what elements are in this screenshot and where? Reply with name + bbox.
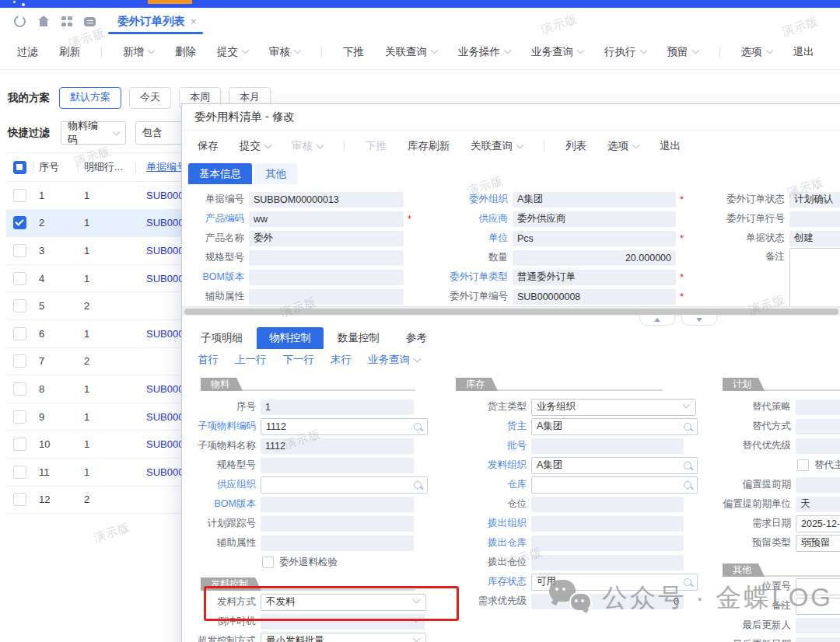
- row-nav-link[interactable]: 末行: [331, 353, 352, 367]
- select-field[interactable]: 弱预留: [796, 535, 840, 552]
- field-label[interactable]: 仓库: [452, 478, 527, 491]
- close-icon[interactable]: ×: [191, 16, 197, 27]
- field-label[interactable]: 产品编码: [190, 212, 244, 225]
- message-icon[interactable]: [84, 17, 96, 26]
- horizontal-scrollbar[interactable]: [182, 306, 840, 316]
- row-nav-link[interactable]: 上一行: [235, 353, 267, 367]
- row-checkbox[interactable]: [13, 244, 26, 257]
- filter-operator-select[interactable]: 包含: [135, 121, 184, 145]
- row-checkbox[interactable]: [13, 272, 26, 285]
- toolbar-button[interactable]: 列表: [565, 139, 586, 153]
- search-icon[interactable]: [414, 423, 422, 431]
- lookup-field[interactable]: [261, 476, 428, 494]
- collapse-up-button[interactable]: [639, 315, 675, 326]
- row-checkbox[interactable]: [13, 354, 26, 368]
- toolbar-button[interactable]: 选项: [741, 45, 772, 59]
- tab-other[interactable]: 其他: [254, 163, 297, 184]
- toolbar-button[interactable]: 退出: [793, 45, 814, 59]
- row-checkbox[interactable]: [13, 466, 26, 479]
- toolbar-button[interactable]: 预留: [667, 45, 698, 59]
- field-label[interactable]: 拨出组织: [452, 517, 527, 530]
- field-label[interactable]: 拨出仓库: [452, 536, 527, 550]
- toolbar-button[interactable]: 提交: [240, 139, 271, 153]
- text-input[interactable]: [796, 578, 840, 595]
- search-icon[interactable]: [684, 578, 691, 586]
- field-label[interactable]: 子项物料编码: [190, 420, 256, 433]
- toolbar-button[interactable]: 刷新: [59, 45, 80, 59]
- select-field[interactable]: 最小发料批量: [261, 633, 426, 642]
- field-label[interactable]: BOM版本: [190, 497, 256, 511]
- field-label[interactable]: 批号: [452, 439, 527, 452]
- textarea-field[interactable]: [789, 248, 840, 313]
- toolbar-button[interactable]: 选项: [607, 139, 639, 153]
- toolbar-button[interactable]: 新增: [123, 45, 154, 59]
- toolbar-button[interactable]: 库存刷新: [408, 139, 450, 153]
- toolbar-button[interactable]: 过滤: [17, 45, 38, 59]
- field-label[interactable]: 委外组织: [442, 193, 508, 206]
- lookup-field[interactable]: 1112: [261, 418, 428, 435]
- toolbar-button-label: 选项: [741, 45, 762, 59]
- field-label[interactable]: 货主: [452, 420, 527, 433]
- row-checkbox[interactable]: [13, 382, 26, 396]
- collapse-down-button[interactable]: [681, 315, 717, 326]
- lookup-field[interactable]: [531, 476, 698, 494]
- detail-tab[interactable]: 子项明细: [188, 327, 255, 349]
- field-label[interactable]: 单位: [442, 232, 508, 245]
- field-label: 规格型号: [190, 251, 244, 264]
- text-input[interactable]: 2025-12-: [796, 515, 840, 532]
- plan-button[interactable]: 今天: [129, 87, 171, 109]
- text-input[interactable]: [796, 598, 840, 615]
- row-nav-link[interactable]: 下一行: [283, 353, 315, 367]
- detail-tab[interactable]: 数量控制: [325, 327, 392, 349]
- toolbar-button[interactable]: 关联查询: [471, 139, 523, 153]
- row-checkbox[interactable]: [13, 493, 26, 506]
- scrollbar-thumb[interactable]: [184, 309, 838, 315]
- search-icon[interactable]: [684, 462, 691, 469]
- plan-button[interactable]: 默认方案: [59, 87, 121, 109]
- field-label[interactable]: 库存状态: [452, 575, 527, 588]
- tab-subcontract-order-list[interactable]: 委外订单列表 ×: [117, 8, 197, 34]
- select-field[interactable]: 业务组织: [531, 399, 696, 416]
- toolbar-button[interactable]: 行执行: [604, 45, 646, 59]
- row-checkbox[interactable]: [13, 438, 26, 451]
- lookup-field[interactable]: A集团: [531, 457, 698, 474]
- row-checkbox[interactable]: [13, 189, 26, 202]
- toolbar-button[interactable]: 删除: [175, 45, 196, 59]
- field-label[interactable]: BOM版本: [190, 270, 244, 284]
- toolbar-button[interactable]: 保存: [198, 139, 219, 153]
- search-icon[interactable]: [414, 481, 422, 489]
- checkbox[interactable]: [797, 459, 809, 471]
- home-icon[interactable]: [37, 16, 49, 27]
- filter-field-select[interactable]: 物料编码: [61, 121, 126, 145]
- toolbar-button[interactable]: 审核: [269, 45, 300, 59]
- toolbar-button[interactable]: 业务查询: [531, 45, 583, 59]
- field-label[interactable]: 供应商: [442, 212, 508, 225]
- field-label[interactable]: 发料组织: [452, 459, 527, 472]
- toolbar-button[interactable]: 退出: [660, 139, 681, 153]
- checkbox[interactable]: [262, 557, 274, 568]
- search-icon[interactable]: [684, 481, 691, 489]
- lookup-field[interactable]: A集团: [531, 418, 698, 435]
- toolbar-button[interactable]: 业务操作: [458, 45, 510, 59]
- tab-basic-info[interactable]: 基本信息: [188, 163, 252, 184]
- row-nav-link[interactable]: 首行: [198, 353, 219, 367]
- select-field[interactable]: 不发料: [261, 594, 426, 611]
- field-label[interactable]: 供应组织: [190, 478, 256, 491]
- search-icon[interactable]: [684, 423, 691, 431]
- row-checkbox[interactable]: [13, 299, 26, 312]
- toolbar-button[interactable]: 提交: [217, 45, 248, 59]
- toolbar-button[interactable]: 下推: [343, 45, 364, 59]
- sync-icon[interactable]: [14, 16, 26, 27]
- row-checkbox[interactable]: [13, 327, 26, 340]
- detail-tab[interactable]: 物料控制: [257, 327, 324, 349]
- row-checkbox[interactable]: [13, 410, 26, 424]
- row-checkbox[interactable]: [13, 216, 26, 229]
- detail-tab[interactable]: 参考: [394, 327, 439, 349]
- field-value: 委外: [254, 232, 273, 245]
- lookup-field[interactable]: 可用: [531, 574, 698, 591]
- toolbar-button[interactable]: 关联查询: [385, 45, 437, 59]
- select-all-checkbox[interactable]: [13, 161, 26, 174]
- field-label[interactable]: 委外订单类型: [442, 270, 508, 284]
- row-nav-link[interactable]: 业务查询: [368, 353, 420, 367]
- apps-grid-icon[interactable]: [61, 16, 72, 27]
